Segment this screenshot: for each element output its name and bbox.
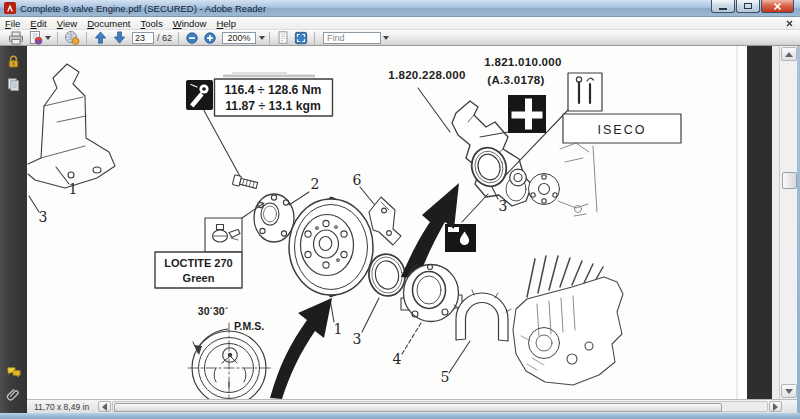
- minimize-button[interactable]: [711, 0, 735, 13]
- menu-tools[interactable]: Tools: [135, 18, 167, 29]
- window-title: Complete 8 valve Engine.pdf (SECURED) - …: [20, 3, 266, 14]
- paperclip-icon: [6, 387, 21, 402]
- flywheel-drawing: [289, 199, 373, 322]
- share-document-button[interactable]: [26, 30, 53, 45]
- scroll-up-button[interactable]: [781, 47, 797, 61]
- find-control: [323, 32, 389, 44]
- page-down-arrow-icon: [112, 30, 127, 45]
- share-dropdown-caret[interactable]: [45, 36, 51, 40]
- lock-icon: [6, 54, 21, 69]
- scroll-down-icon: [785, 389, 793, 394]
- menu-view[interactable]: View: [52, 18, 82, 29]
- callout-spacer-6: 6: [353, 172, 362, 188]
- engine-diagram: 116.4 ÷ 128.6 Nm 11.87 ÷ 13.1 kgm 1.820.…: [27, 46, 772, 399]
- adobe-reader-window: Complete 8 valve Engine.pdf (SECURED) - …: [0, 0, 800, 419]
- maximize-button[interactable]: [736, 0, 760, 13]
- single-page-view-icon: [276, 30, 290, 45]
- scroll-right-button[interactable]: [769, 401, 782, 412]
- supplier-name: ISECO: [598, 123, 647, 137]
- callout-plate-2: 2: [311, 176, 320, 192]
- close-document-button[interactable]: [785, 19, 794, 28]
- window-controls: [710, 0, 794, 13]
- zoom-out-icon: [185, 31, 199, 45]
- zoom-level-value[interactable]: 200%: [222, 32, 256, 44]
- tool-code-flywheel: 1.820.228.000: [388, 69, 465, 81]
- pages-panel-button[interactable]: [4, 74, 24, 94]
- next-page-button[interactable]: [110, 30, 129, 45]
- zoom-in-icon: [203, 31, 217, 45]
- menu-edit[interactable]: Edit: [25, 18, 51, 29]
- torque-symbol-icon: [186, 80, 213, 110]
- page-total-label: / 62: [157, 33, 172, 43]
- callout-seal-front-3: 3: [499, 198, 508, 214]
- flywheel-bolt-drawing: [232, 175, 258, 191]
- fullscreen-icon: [294, 31, 308, 45]
- vertical-scroll-thumb[interactable]: [782, 172, 797, 189]
- engine-block-drawing: [513, 256, 623, 385]
- vertical-scrollbar[interactable]: [779, 46, 797, 399]
- title-bar: Complete 8 valve Engine.pdf (SECURED) - …: [0, 0, 800, 17]
- scrollbar-corner: [783, 401, 797, 413]
- menu-help[interactable]: Help: [211, 18, 241, 29]
- menu-document[interactable]: Document: [82, 18, 135, 29]
- toolbar-separator: [314, 32, 315, 44]
- zoom-in-button[interactable]: [201, 30, 219, 45]
- page-display-button[interactable]: [274, 30, 292, 45]
- toolbar: / 62 200%: [0, 30, 800, 46]
- scroll-left-icon: [102, 403, 107, 411]
- assembly-arrow-left: [270, 298, 332, 399]
- scan-border: [747, 46, 772, 399]
- torque-value-kgm: 11.87 ÷ 13.1 kgm: [225, 99, 321, 113]
- menu-window[interactable]: Window: [168, 18, 212, 29]
- callout-mount-3: 3: [39, 209, 48, 225]
- pdf-page[interactable]: 116.4 ÷ 128.6 Nm 11.87 ÷ 13.1 kgm 1.820.…: [27, 46, 772, 399]
- scroll-left-button[interactable]: [98, 401, 111, 412]
- page-size-label: 11,70 x 8,49 in: [27, 402, 97, 412]
- menu-bar: File Edit View Document Tools Window Hel…: [0, 17, 800, 30]
- share-document-icon: [28, 30, 43, 46]
- attachments-panel-button[interactable]: [4, 384, 24, 404]
- code-leader-line: [418, 88, 450, 132]
- adobe-reader-icon: [4, 2, 16, 14]
- callout-carrier-4: 4: [393, 351, 402, 367]
- minimize-icon: [719, 8, 727, 10]
- scroll-up-icon: [785, 52, 793, 57]
- horizontal-scroll-thumb[interactable]: [114, 403, 722, 412]
- toolbar-separator: [86, 32, 87, 44]
- zoom-out-button[interactable]: [183, 30, 201, 45]
- close-button[interactable]: [761, 0, 794, 13]
- printer-icon: [8, 30, 24, 46]
- close-icon: [773, 2, 782, 11]
- adhesive-color: Green: [183, 272, 215, 284]
- previous-page-button[interactable]: [91, 30, 110, 45]
- timing-mark-diagram: [188, 323, 270, 399]
- collaborate-button[interactable]: [62, 30, 82, 45]
- seal-carrier-drawing: [401, 264, 462, 354]
- callout-mount-1: 1: [69, 181, 78, 197]
- fullscreen-button[interactable]: [292, 30, 310, 45]
- timing-tdc-label: P.M.S.: [234, 320, 264, 332]
- print-button[interactable]: [6, 30, 26, 45]
- adhesive-name: LOCTITE 270: [164, 257, 232, 269]
- callout-flywheel-1: 1: [334, 321, 343, 337]
- callout-gasket-5: 5: [441, 369, 450, 385]
- comments-panel-button[interactable]: [4, 361, 24, 381]
- document-background: [772, 46, 779, 399]
- scroll-down-button[interactable]: [781, 384, 797, 398]
- timing-angle-label: 30´30´: [198, 305, 229, 317]
- page-number-input[interactable]: [132, 32, 154, 44]
- zoom-dropdown-caret[interactable]: [259, 36, 265, 40]
- security-panel-button[interactable]: [4, 51, 24, 71]
- find-dropdown-caret[interactable]: [383, 36, 389, 40]
- page-up-arrow-icon: [93, 30, 108, 45]
- close-document-icon: [786, 20, 793, 27]
- navigation-pane: [0, 46, 27, 413]
- torque-value-nm: 116.4 ÷ 128.6 Nm: [225, 83, 322, 97]
- status-bar: 11,70 x 8,49 in: [27, 399, 797, 413]
- horizontal-scrollbar[interactable]: [112, 401, 768, 412]
- find-input[interactable]: [323, 32, 381, 44]
- tool-code-seal-alt: (A.3.0178): [487, 74, 544, 86]
- maximize-icon: [744, 3, 752, 9]
- toolbar-separator: [57, 32, 58, 44]
- menu-file[interactable]: File: [0, 18, 25, 29]
